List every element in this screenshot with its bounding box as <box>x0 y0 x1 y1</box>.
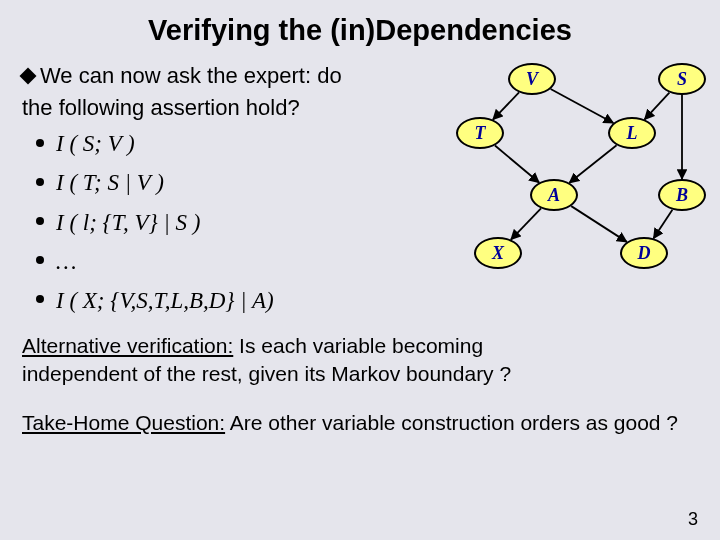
node-a: A <box>530 179 578 211</box>
node-v: V <box>508 63 556 95</box>
assertion-list: I ( S; V ) I ( T; S | V ) I ( l; {T, V} … <box>22 124 402 319</box>
page-number: 3 <box>688 509 698 530</box>
lead-prefix: We <box>40 63 73 88</box>
node-d: D <box>620 237 668 269</box>
svg-line-5 <box>569 145 616 182</box>
node-s: S <box>658 63 706 95</box>
svg-line-6 <box>511 208 541 239</box>
assertion-item: I ( l; {T, V} | S ) <box>56 203 402 242</box>
assertion-item: I ( S; V ) <box>56 124 402 163</box>
node-l: L <box>608 117 656 149</box>
left-column: We can now ask the expert: do the follow… <box>22 61 402 320</box>
content-row: We can now ask the expert: do the follow… <box>22 61 698 320</box>
svg-line-7 <box>571 206 626 242</box>
lead-line-1: We can now ask the expert: do <box>22 61 402 91</box>
slide-title: Verifying the (in)Dependencies <box>22 14 698 47</box>
assertion-item: … <box>56 242 402 281</box>
lead-rest1: can now ask the expert: do <box>73 63 342 88</box>
alt-line1-rest: Is each variable becoming <box>233 334 483 357</box>
node-t: T <box>456 117 504 149</box>
assertion-item: I ( X; {V,S,T,L,B,D} | A) <box>56 281 402 320</box>
lead-line-2: the following assertion hold? <box>22 93 402 123</box>
svg-line-8 <box>654 210 673 239</box>
svg-line-0 <box>493 92 519 119</box>
alt-label: Alternative verification: <box>22 334 233 357</box>
diamond-bullet-icon <box>20 68 37 85</box>
assertion-item: I ( T; S | V ) <box>56 163 402 202</box>
take-home-question: Take-Home Question: Are other variable c… <box>22 411 698 435</box>
svg-line-2 <box>645 93 670 120</box>
alternative-verification: Alternative verification: Is each variab… <box>22 332 698 389</box>
bayes-net-graph: V S T L A B X D <box>410 63 698 293</box>
alt-line2: independent of the rest, given its Marko… <box>22 362 511 385</box>
takehome-label: Take-Home Question: <box>22 411 225 434</box>
node-x: X <box>474 237 522 269</box>
svg-line-4 <box>495 146 539 183</box>
node-b: B <box>658 179 706 211</box>
takehome-rest: Are other variable construction orders a… <box>225 411 678 434</box>
svg-line-1 <box>551 89 614 123</box>
